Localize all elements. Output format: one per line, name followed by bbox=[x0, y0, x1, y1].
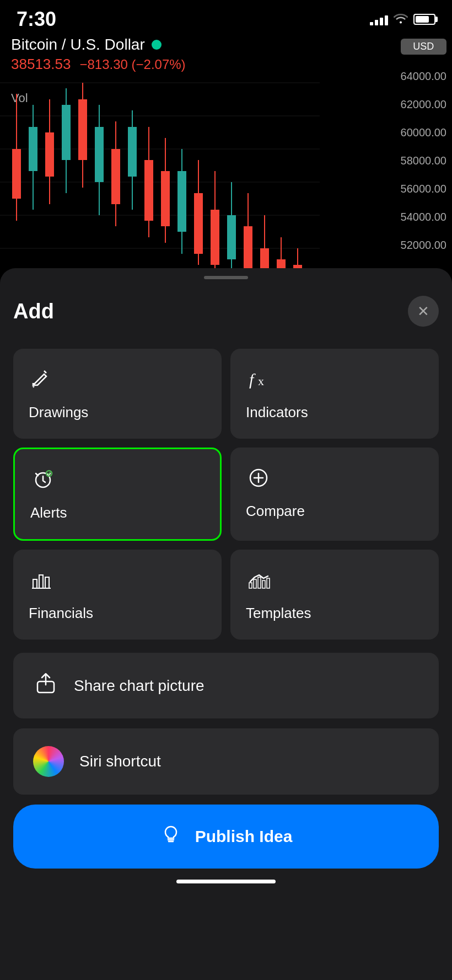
lightbulb-icon bbox=[160, 823, 182, 850]
compare-label: Compare bbox=[246, 503, 423, 520]
svg-rect-7 bbox=[12, 149, 21, 199]
svg-rect-57 bbox=[267, 578, 270, 588]
siri-button[interactable]: Siri shortcut bbox=[13, 728, 439, 795]
candlestick-chart bbox=[0, 50, 320, 287]
drawings-label: Drawings bbox=[29, 404, 206, 421]
option-alerts[interactable]: Alerts bbox=[13, 448, 222, 541]
templates-label: Templates bbox=[246, 605, 423, 622]
financials-label: Financials bbox=[29, 605, 206, 622]
indicators-label: Indicators bbox=[246, 404, 423, 421]
wifi-icon bbox=[394, 12, 408, 27]
option-financials[interactable]: Financials bbox=[13, 550, 222, 640]
chart-area: Bitcoin / U.S. Dollar 38513.53 −813.30 (… bbox=[0, 0, 452, 287]
svg-rect-31 bbox=[211, 210, 219, 265]
chart-header: Bitcoin / U.S. Dollar 38513.53 −813.30 (… bbox=[11, 36, 186, 73]
svg-rect-54 bbox=[254, 579, 256, 588]
close-icon: ✕ bbox=[417, 304, 429, 318]
svg-rect-35 bbox=[244, 226, 252, 270]
drag-handle[interactable] bbox=[204, 276, 248, 279]
status-bar: 7:30 bbox=[0, 0, 452, 35]
option-indicators[interactable]: f x Indicators bbox=[230, 349, 439, 439]
bar-chart-icon bbox=[29, 567, 206, 596]
chart-change: −813.30 (−2.07%) bbox=[79, 57, 185, 72]
publish-button[interactable]: Publish Idea bbox=[13, 805, 439, 869]
live-indicator bbox=[152, 40, 162, 50]
svg-rect-56 bbox=[262, 580, 265, 588]
siri-label: Siri shortcut bbox=[79, 753, 161, 770]
chart-pair-row: Bitcoin / U.S. Dollar bbox=[11, 36, 186, 54]
price-52k: 52000.00 bbox=[401, 239, 446, 252]
svg-rect-55 bbox=[258, 577, 261, 588]
price-60k: 60000.00 bbox=[401, 126, 446, 139]
status-time: 7:30 bbox=[17, 8, 56, 31]
svg-rect-13 bbox=[62, 105, 71, 160]
status-icons bbox=[370, 12, 435, 27]
chart-price: 38513.53 bbox=[11, 56, 71, 73]
siri-icon bbox=[33, 746, 64, 777]
option-drawings[interactable]: Drawings bbox=[13, 349, 222, 439]
price-scale: USD 64000.00 62000.00 60000.00 58000.00 … bbox=[401, 39, 446, 252]
currency-badge: USD bbox=[401, 39, 446, 55]
svg-rect-19 bbox=[111, 149, 120, 204]
options-grid: Drawings f x Indicators bbox=[13, 349, 439, 640]
svg-rect-50 bbox=[39, 575, 43, 588]
price-56k: 56000.00 bbox=[401, 183, 446, 195]
bottom-sheet: Add ✕ Drawings f x bbox=[0, 268, 452, 980]
price-58k: 58000.00 bbox=[401, 155, 446, 167]
publish-label: Publish Idea bbox=[195, 827, 293, 846]
svg-rect-33 bbox=[227, 215, 236, 259]
option-templates[interactable]: Templates bbox=[230, 550, 439, 640]
svg-rect-49 bbox=[33, 579, 37, 588]
price-62k: 62000.00 bbox=[401, 98, 446, 111]
svg-rect-25 bbox=[161, 171, 170, 226]
share-label: Share chart picture bbox=[74, 677, 205, 695]
fx-icon: f x bbox=[246, 366, 423, 395]
close-button[interactable]: ✕ bbox=[408, 296, 439, 327]
plus-circle-icon bbox=[246, 465, 423, 494]
svg-rect-9 bbox=[29, 127, 37, 171]
price-64k: 64000.00 bbox=[401, 70, 446, 83]
sheet-header: Add ✕ bbox=[13, 296, 439, 327]
chart-title: Bitcoin / U.S. Dollar bbox=[11, 36, 145, 54]
alerts-label: Alerts bbox=[30, 504, 205, 521]
alarm-icon bbox=[30, 467, 205, 496]
svg-text:x: x bbox=[258, 374, 264, 388]
pencil-icon bbox=[29, 366, 206, 395]
option-compare[interactable]: Compare bbox=[230, 448, 439, 541]
svg-rect-51 bbox=[45, 577, 49, 588]
price-54k: 54000.00 bbox=[401, 211, 446, 223]
svg-rect-11 bbox=[45, 132, 54, 177]
svg-rect-53 bbox=[249, 583, 252, 588]
share-icon bbox=[33, 670, 58, 701]
battery-icon bbox=[413, 14, 435, 25]
home-indicator bbox=[176, 880, 276, 883]
sheet-title: Add bbox=[13, 300, 54, 323]
svg-rect-15 bbox=[78, 99, 87, 160]
signal-icon bbox=[370, 13, 388, 25]
svg-text:f: f bbox=[249, 370, 256, 388]
svg-rect-23 bbox=[144, 160, 153, 221]
svg-rect-29 bbox=[194, 193, 203, 254]
svg-rect-21 bbox=[128, 127, 137, 177]
svg-rect-27 bbox=[177, 171, 186, 232]
svg-rect-17 bbox=[95, 127, 104, 182]
chart-price-row: 38513.53 −813.30 (−2.07%) bbox=[11, 56, 186, 73]
line-chart-icon bbox=[246, 567, 423, 596]
share-button[interactable]: Share chart picture bbox=[13, 653, 439, 718]
